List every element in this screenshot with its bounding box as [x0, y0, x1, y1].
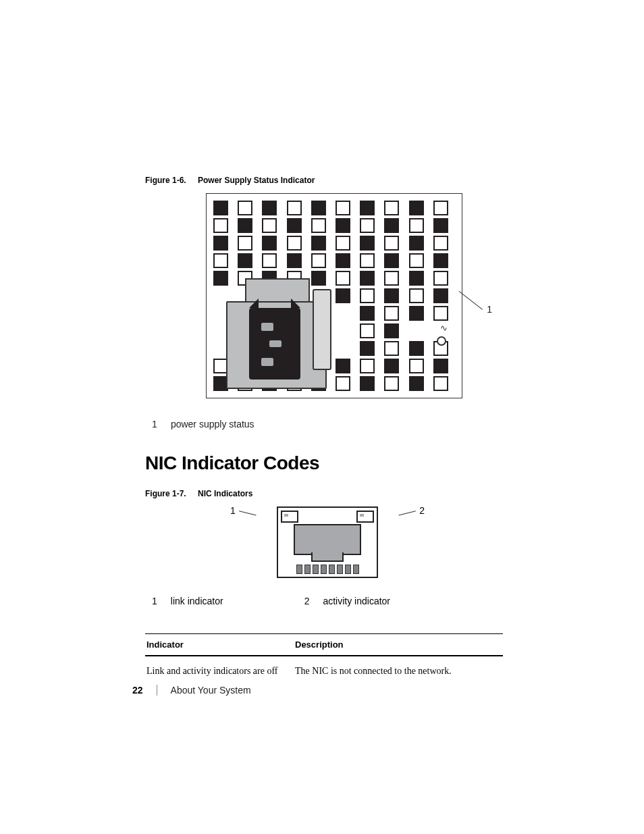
- activity-indicator-led: [356, 511, 374, 523]
- nic-legend: 1 link indicator 2 activity indicator: [152, 596, 503, 606]
- rj45-jack-icon: [294, 524, 361, 555]
- status-led-icon: [437, 336, 446, 346]
- nic-callout-1: 1: [230, 505, 236, 516]
- th-indicator: Indicator: [146, 640, 295, 650]
- nic-figure: 1 2: [246, 506, 408, 578]
- legend-nic-1-num: 1: [152, 596, 157, 606]
- rj45-pins-icon: [281, 565, 374, 574]
- callout-line: [238, 511, 257, 522]
- nic-port-icon: [277, 506, 378, 578]
- link-indicator-led: [281, 511, 298, 523]
- callout-line: [398, 511, 417, 522]
- footer-section: About Your System: [171, 685, 251, 696]
- figure-1-6-caption: Figure 1-6. Power Supply Status Indicato…: [145, 176, 503, 185]
- legend-nic-2-num: 2: [304, 596, 310, 606]
- page-number: 22: [132, 685, 143, 696]
- callout-number-1: 1: [487, 304, 492, 315]
- figure-1-7-caption: Figure 1-7. NIC Indicators: [145, 489, 503, 498]
- psu-figure: ∿ 1: [206, 193, 462, 398]
- nic-callout-2: 2: [419, 505, 425, 516]
- td-indicator: Link and activity indicators are off: [146, 666, 295, 677]
- table-row: Link and activity indicators are off The…: [145, 660, 503, 686]
- figure-1-7-title: NIC Indicators: [198, 489, 252, 498]
- psu-grille: [213, 201, 455, 391]
- page-footer: 22 About Your System: [132, 685, 251, 696]
- section-heading: NIC Indicator Codes: [145, 452, 503, 474]
- th-description: Description: [295, 640, 502, 650]
- psu-grille-frame: [206, 193, 462, 398]
- legend-1-num: 1: [152, 419, 168, 429]
- legend-nic-2-text: activity indicator: [323, 596, 390, 606]
- figure-1-6-title: Power Supply Status Indicator: [198, 176, 315, 185]
- indicator-table: Indicator Description: [145, 633, 503, 656]
- legend-nic-1-text: link indicator: [171, 596, 223, 606]
- psu-legend: 1 power supply status: [152, 419, 503, 429]
- heartbeat-icon: ∿: [440, 323, 448, 333]
- table-header: Indicator Description: [145, 634, 503, 656]
- figure-1-7-label: Figure 1-7.: [145, 489, 186, 498]
- td-description: The NIC is not connected to the network.: [295, 666, 502, 677]
- footer-divider: [157, 685, 157, 696]
- figure-1-6-label: Figure 1-6.: [145, 176, 186, 185]
- legend-1-text: power supply status: [171, 419, 254, 429]
